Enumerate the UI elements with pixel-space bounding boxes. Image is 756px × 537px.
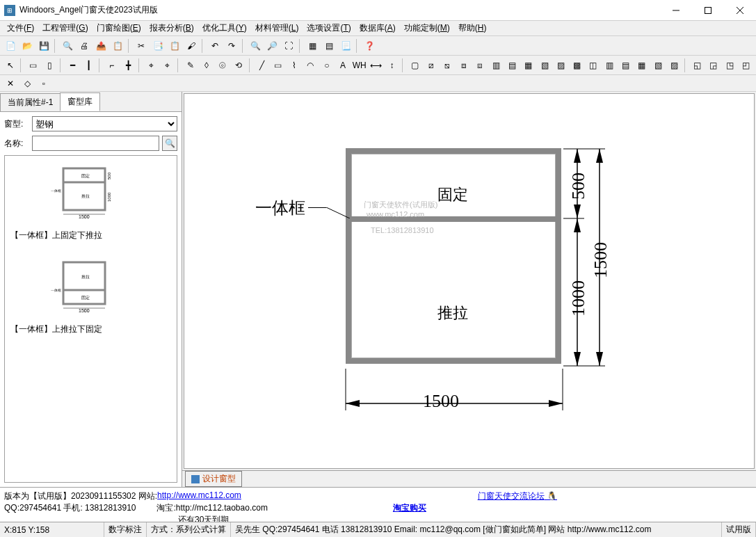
- wtype15-icon[interactable]: ▦: [634, 58, 649, 73]
- hline-icon[interactable]: ━: [65, 58, 80, 73]
- name-input[interactable]: [32, 136, 159, 151]
- mirror-icon[interactable]: ⦾: [216, 58, 230, 73]
- snap3-icon[interactable]: ▫: [36, 76, 51, 91]
- dim3-icon[interactable]: ↕: [385, 58, 399, 73]
- search-icon[interactable]: 🔍: [162, 136, 177, 151]
- wtype5-icon[interactable]: ⧇: [472, 58, 487, 73]
- redo-icon[interactable]: ↷: [224, 38, 239, 54]
- wtype13-icon[interactable]: ▥: [602, 58, 617, 73]
- wtype3-icon[interactable]: ⧅: [440, 58, 455, 73]
- menu-project[interactable]: 工程管理(G): [38, 21, 92, 35]
- help-icon[interactable]: ❓: [362, 38, 377, 54]
- menu-file[interactable]: 文件(F): [3, 21, 38, 35]
- svg-text:1000: 1000: [107, 192, 111, 202]
- list-item[interactable]: 固定 推拉 一体框 1500 500 1000 【一体框】上固定下推拉: [10, 161, 171, 241]
- wtype7-icon[interactable]: ▤: [505, 58, 520, 73]
- grid-icon[interactable]: ▦: [305, 38, 320, 54]
- export-icon[interactable]: 📤: [93, 38, 108, 54]
- minimize-button[interactable]: [660, 0, 692, 21]
- fill-icon[interactable]: ◊: [199, 58, 214, 73]
- wtype12-icon[interactable]: ◫: [586, 58, 600, 73]
- close-button[interactable]: [724, 0, 756, 21]
- zoom-in-icon[interactable]: 🔍: [248, 38, 263, 54]
- dim-icon[interactable]: WH: [352, 58, 367, 73]
- pointer-icon[interactable]: ↖: [3, 58, 17, 73]
- paste-icon[interactable]: 📋: [167, 38, 182, 54]
- layer3-icon[interactable]: ◳: [722, 58, 737, 73]
- rotate-icon[interactable]: ⟲: [232, 58, 246, 73]
- new-icon[interactable]: 📄: [3, 38, 18, 54]
- corner-icon[interactable]: ⌐: [104, 58, 119, 73]
- stamp2-icon[interactable]: ⌖: [160, 58, 175, 73]
- text-icon[interactable]: A: [335, 58, 350, 73]
- thumbnail-list[interactable]: 固定 推拉 一体框 1500 500 1000 【一体框】上固定下推拉: [4, 155, 177, 483]
- vline-icon[interactable]: ┃: [81, 58, 96, 73]
- drawing-canvas[interactable]: 固定 推拉 门窗天使软件(试用版) www.mc112.com TEL:1381…: [184, 93, 755, 469]
- layer2-icon[interactable]: ◲: [706, 58, 721, 73]
- menu-optimize[interactable]: 优化工具(Y): [198, 21, 251, 35]
- rect3-icon[interactable]: ▭: [271, 58, 285, 73]
- tab-library[interactable]: 窗型库: [60, 93, 100, 111]
- menu-database[interactable]: 数据库(A): [355, 21, 400, 35]
- dim-width: 1500: [423, 391, 459, 412]
- toolbar-draw: ↖ ▭ ▯ ━ ┃ ⌐ ╋ ⌖ ⌖ ✎ ◊ ⦾ ⟲ ╱ ▭ ⌇ ◠ ○ A WH…: [0, 56, 756, 75]
- open-icon[interactable]: 📂: [19, 38, 35, 54]
- doc-icon[interactable]: 📋: [110, 38, 125, 54]
- brush-icon[interactable]: 🖌: [184, 38, 199, 54]
- pencil-icon[interactable]: ✎: [183, 58, 198, 73]
- tab-properties[interactable]: 当前属性#-1: [0, 93, 61, 111]
- sidebar: 当前属性#-1 窗型库 窗型: 塑钢 名称: 🔍 固定: [0, 92, 182, 487]
- thumb-label: 【一体框】上固定下推拉: [10, 230, 171, 241]
- arc-icon[interactable]: ◠: [303, 58, 318, 73]
- stamp-icon[interactable]: ⌖: [144, 58, 159, 73]
- website-link[interactable]: http://www.mc112.com: [157, 490, 241, 502]
- save-icon[interactable]: 💾: [36, 38, 51, 54]
- preview-icon[interactable]: 🔍: [60, 38, 75, 54]
- menu-help[interactable]: 帮助(H): [454, 21, 491, 35]
- line-icon[interactable]: ╱: [255, 58, 269, 73]
- undo-icon[interactable]: ↶: [207, 38, 223, 54]
- dim2-icon[interactable]: ⟷: [369, 58, 383, 73]
- copy-icon[interactable]: 📑: [150, 38, 166, 54]
- list-icon[interactable]: 📃: [338, 38, 353, 54]
- maximize-button[interactable]: [692, 0, 724, 21]
- fit-icon[interactable]: ⛶: [281, 38, 296, 54]
- type-select[interactable]: 塑钢: [32, 116, 177, 131]
- menu-draw[interactable]: 门窗绘图(E): [93, 21, 145, 35]
- layer4-icon[interactable]: ◰: [739, 58, 753, 73]
- svg-marker-34: [574, 352, 581, 366]
- rect-icon[interactable]: ▭: [26, 58, 40, 73]
- taobao-buy-link[interactable]: 淘宝购买: [393, 502, 426, 514]
- snap1-icon[interactable]: ✕: [3, 76, 18, 91]
- cut-icon[interactable]: ✂: [134, 38, 149, 54]
- wtype10-icon[interactable]: ▨: [554, 58, 568, 73]
- wtype8-icon[interactable]: ▦: [521, 58, 536, 73]
- menu-report[interactable]: 报表分析(B): [145, 21, 198, 35]
- wtype16-icon[interactable]: ▧: [650, 58, 665, 73]
- wtype1-icon[interactable]: ▢: [408, 58, 422, 73]
- menu-options[interactable]: 选项设置(T): [303, 21, 355, 35]
- wtype6-icon[interactable]: ▥: [489, 58, 504, 73]
- table-icon[interactable]: ▤: [321, 38, 337, 54]
- wtype2-icon[interactable]: ⧄: [424, 58, 438, 73]
- wtype17-icon[interactable]: ▨: [667, 58, 682, 73]
- print-icon[interactable]: 🖨: [77, 38, 92, 54]
- rect2-icon[interactable]: ▯: [42, 58, 56, 73]
- circle-icon[interactable]: ○: [319, 58, 334, 73]
- wtype14-icon[interactable]: ▤: [618, 58, 633, 73]
- wtype11-icon[interactable]: ▩: [570, 58, 584, 73]
- wtype9-icon[interactable]: ▧: [537, 58, 552, 73]
- zoom-out-icon[interactable]: 🔎: [264, 38, 280, 54]
- snap2-icon[interactable]: ◇: [19, 76, 35, 91]
- section-top-label: 固定: [437, 184, 468, 205]
- menu-customize[interactable]: 功能定制(M): [400, 21, 454, 35]
- list-item[interactable]: 推拉 固定 一体框 1500 【一体框】上推拉下固定: [10, 255, 171, 335]
- polyline-icon[interactable]: ⌇: [287, 58, 302, 73]
- cross-icon[interactable]: ╋: [120, 58, 135, 73]
- menu-material[interactable]: 材料管理(L): [251, 21, 303, 35]
- wtype4-icon[interactable]: ⧈: [456, 58, 471, 73]
- window-frame[interactable]: [346, 148, 561, 364]
- canvas-tab-design[interactable]: 设计窗型: [185, 471, 242, 487]
- forum-link[interactable]: 门窗天使交流论坛 🐧: [478, 490, 557, 502]
- layer1-icon[interactable]: ◱: [690, 58, 705, 73]
